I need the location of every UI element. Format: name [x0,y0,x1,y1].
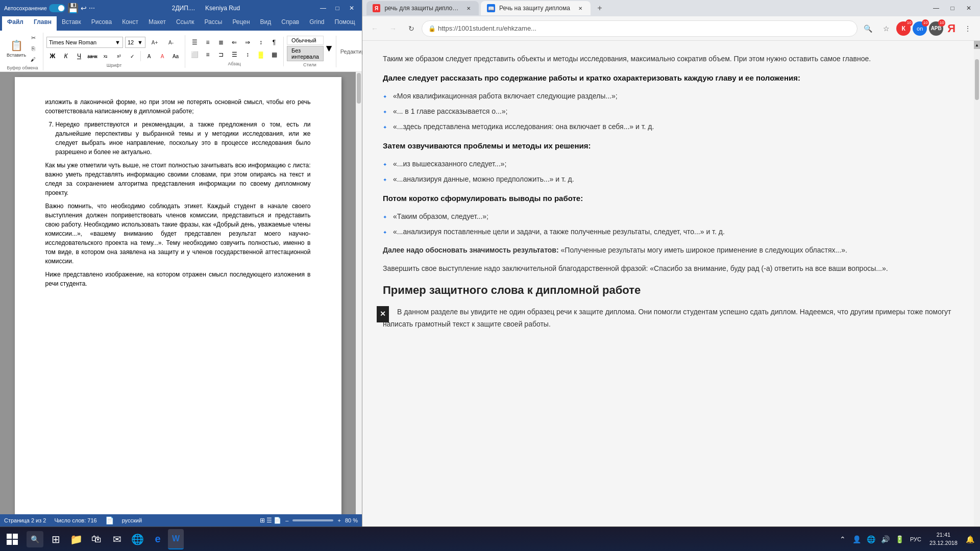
search-nav-icon[interactable]: 🔍 [860,20,876,37]
address-bar[interactable]: 🔒 https://1001student.ru/ehkzame... [422,20,857,37]
maximize-button[interactable]: □ [331,2,344,14]
multilevel-button[interactable]: ≣ [215,37,227,48]
tab-references[interactable]: Ссылк [171,16,200,31]
style-no-interval[interactable]: Без интервала [287,46,324,61]
chrome-button[interactable]: 🌐 [127,529,148,549]
settings-nav-icon[interactable]: ⋮ [960,20,976,37]
word-scroll-thumb[interactable] [357,73,361,104]
italic-button[interactable]: К [60,51,72,62]
bold-button[interactable]: Ж [46,51,59,62]
taskbar-search[interactable]: 🔍 [27,531,43,547]
word-scrollbar[interactable] [356,72,362,514]
view-icons[interactable]: ⊞ ☰ 📄 [260,517,282,524]
bookmark-icon[interactable]: ☆ [878,20,894,37]
tab-help2[interactable]: Помощ [330,16,360,31]
autosave-toggle[interactable] [49,4,65,12]
doc-view-icon[interactable]: 📄 [105,516,114,524]
highlight-button[interactable]: A [143,51,155,62]
back-button[interactable]: ← [366,20,383,37]
save-icon[interactable]: 💾 [67,3,79,14]
scroll-thumb[interactable] [975,59,979,100]
superscript-button[interactable]: х² [113,51,125,62]
cut-button[interactable]: ✂ [28,33,39,43]
subscript-button[interactable]: х₂ [100,51,112,62]
increase-indent-button[interactable]: ⇒ [241,37,254,48]
align-center-button[interactable]: ≡ [202,49,214,60]
browser-tab-1[interactable]: Я речь для защиты диплом... ✕ [366,1,479,15]
align-left-button[interactable]: ⬜ [188,49,201,60]
close-button[interactable]: ✕ [346,2,358,14]
clear-format-button[interactable]: ✓ [126,51,138,62]
file-explorer-button[interactable]: 📁 [66,529,86,549]
font-size-selector[interactable]: 12 ▼ [125,37,145,48]
browser-minimize-button[interactable]: — [929,1,943,15]
browser-close-button[interactable]: ✕ [962,1,976,15]
tab1-close-button[interactable]: ✕ [465,4,473,12]
yandex-icon[interactable]: Я [947,22,955,35]
justify-button[interactable]: ☰ [228,49,240,60]
language-indicator[interactable]: РУС [908,536,923,542]
tab-draw[interactable]: Рисова [86,16,117,31]
tab-design[interactable]: Конст [117,16,143,31]
undo-icon[interactable]: ↩ [81,4,87,12]
edge-button[interactable]: e [148,529,168,549]
close-overlay-button[interactable]: ✕ [377,306,389,322]
strikethrough-button[interactable]: зачк [86,51,99,62]
style-normal[interactable]: Обычный [287,36,324,45]
sort-button[interactable]: ↕ [255,37,267,48]
redo-icon[interactable]: ⋯ [89,5,95,12]
case-button[interactable]: Aa [169,51,182,62]
browser-scrollbar[interactable]: ▲ [974,41,980,527]
task-view-button[interactable]: ⊞ [45,529,66,549]
tab2-close-button[interactable]: ✕ [576,4,584,12]
tab-layout[interactable]: Макет [143,16,171,31]
tab-grind[interactable]: Grind [304,16,329,31]
volume-icon[interactable]: 🔊 [879,533,892,545]
border-button[interactable]: ▦ [268,49,280,60]
start-button[interactable] [0,527,24,552]
svg-rect-2 [7,540,12,545]
tab-help[interactable]: Справ [276,16,304,31]
increase-font-btn[interactable]: A+ [148,35,162,49]
font-color-button[interactable]: A [156,51,168,62]
decrease-indent-button[interactable]: ⇐ [228,37,240,48]
decrease-font-btn[interactable]: A- [164,35,178,49]
font-name-selector[interactable]: Times New Roman ▼ [46,37,123,48]
store-button[interactable]: 🛍 [86,529,107,549]
shading-button[interactable]: ▓ [255,49,267,60]
tab-home[interactable]: Главн [29,16,57,31]
tray-people-icon[interactable]: 👤 [851,533,863,545]
pilcrow-button[interactable]: ¶ [268,37,280,48]
tab-mailings[interactable]: Рассы [199,16,227,31]
bullets-button[interactable]: ☰ [188,37,201,48]
minimize-button[interactable]: — [317,2,329,14]
tray-up-icon[interactable]: ⌃ [837,533,849,545]
copy-button[interactable]: ⎘ [28,43,39,54]
article-content: Таким же образом следует представить объ… [362,41,974,527]
browser-tab-2[interactable]: 📖 Речь на защиту диплома ✕ [481,1,591,15]
zoom-slider[interactable] [292,519,333,521]
forward-button[interactable]: → [385,20,401,37]
underline-button[interactable]: Ч [73,51,85,62]
new-tab-button[interactable]: + [593,1,607,15]
tab-review[interactable]: Рецен [227,16,255,31]
format-painter-button[interactable]: 🖌 [28,54,39,64]
numbering-button[interactable]: ≡ [202,37,214,48]
paste-button[interactable]: 📋 Вставить [6,35,27,62]
scroll-up-button[interactable]: ▲ [974,41,980,49]
tab-file[interactable]: Файл [2,16,29,31]
browser-maximize-button[interactable]: □ [945,1,960,15]
refresh-button[interactable]: ↻ [403,20,420,37]
mail-button[interactable]: ✉ [107,529,127,549]
clock[interactable]: 21:41 23.12.2018 [925,531,962,547]
styles-expand-button[interactable]: ⯆ [326,44,333,53]
line-spacing-button[interactable]: ↕ [241,49,254,60]
battery-icon[interactable]: 🔋 [894,533,906,545]
word-taskbar-app[interactable]: W [168,529,184,549]
notification-icon[interactable]: 🔔 [964,533,976,545]
align-right-button[interactable]: ⊐ [215,49,227,60]
language-indicator[interactable]: русский [122,517,142,523]
tab-insert[interactable]: Вставк [57,16,86,31]
tab-view[interactable]: Вид [255,16,277,31]
network-icon[interactable]: 🌐 [865,533,877,545]
